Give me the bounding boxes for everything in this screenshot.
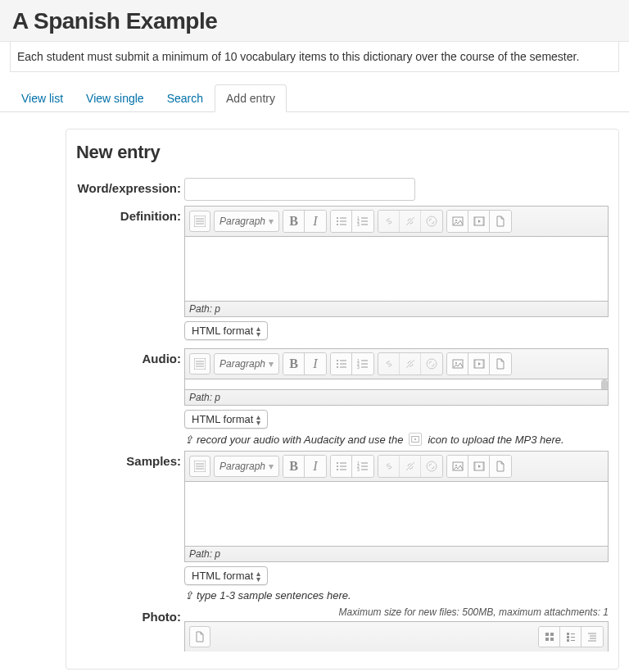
svg-rect-70: [545, 633, 549, 636]
samples-textarea[interactable]: [185, 482, 608, 546]
label-audio: Audio:: [76, 348, 184, 446]
tab-add-entry[interactable]: Add entry: [215, 84, 287, 112]
samples-format-select[interactable]: HTML format▴▾: [184, 566, 268, 585]
unlink-icon[interactable]: [400, 211, 421, 232]
audio-hint: ⇪ record your audio with Audacity and us…: [184, 433, 609, 446]
hint-icon: ⇪: [184, 589, 193, 602]
definition-editor: Paragraph▾ B I 123: [184, 206, 609, 317]
paragraph-format-select[interactable]: Paragraph▾: [214, 456, 279, 477]
svg-point-8: [337, 224, 338, 225]
file-picker-toolbar: [184, 621, 609, 652]
editor-path: Path: p: [185, 389, 608, 405]
link-icon[interactable]: [378, 353, 400, 375]
word-input[interactable]: [184, 178, 415, 201]
page-header: A Spanish Example: [0, 0, 629, 42]
svg-point-51: [337, 462, 338, 464]
media-icon[interactable]: [468, 211, 490, 232]
photo-limits: Maximum size for new files: 500MB, maxim…: [184, 606, 609, 618]
svg-text:3: 3: [357, 222, 360, 227]
tab-view-single[interactable]: View single: [75, 84, 156, 112]
svg-rect-21: [474, 217, 476, 225]
svg-rect-22: [482, 217, 484, 225]
svg-rect-69: [482, 462, 484, 470]
bullet-list-icon[interactable]: [331, 353, 352, 375]
label-word: Word/expression:: [76, 178, 184, 201]
svg-point-27: [337, 360, 338, 361]
definition-format-select[interactable]: HTML format▴▾: [184, 321, 268, 340]
svg-rect-45: [482, 360, 484, 368]
paragraph-format-select[interactable]: Paragraph▾: [214, 211, 279, 232]
link-icon[interactable]: [378, 456, 400, 477]
samples-editor: Paragraph▾ B I 123: [184, 451, 609, 562]
image-icon[interactable]: [447, 456, 468, 477]
add-file-icon[interactable]: [189, 626, 210, 647]
bold-icon[interactable]: B: [283, 456, 305, 477]
image-icon[interactable]: [447, 211, 468, 232]
media-icon: [409, 433, 422, 446]
tab-bar: View list View single Search Add entry: [0, 84, 629, 112]
intro-text: Each student must submit a minimum of 10…: [10, 42, 619, 72]
svg-point-55: [337, 469, 338, 470]
svg-rect-44: [474, 360, 476, 368]
editor-toolbar: Paragraph▾ B I 123: [185, 349, 608, 379]
numbered-list-icon[interactable]: 123: [352, 456, 373, 477]
svg-rect-72: [545, 638, 549, 641]
link-icon[interactable]: [378, 211, 400, 232]
unlink-icon[interactable]: [400, 353, 421, 375]
file-icon[interactable]: [490, 353, 511, 375]
svg-point-64: [427, 461, 437, 471]
page-title: A Spanish Example: [12, 8, 617, 34]
toolbar-toggle-icon[interactable]: [189, 211, 210, 232]
unlink-icon[interactable]: [400, 456, 421, 477]
nolink-icon[interactable]: [421, 211, 442, 232]
view-tree-icon[interactable]: [581, 627, 603, 647]
file-icon[interactable]: [490, 211, 511, 232]
svg-point-29: [337, 363, 338, 365]
svg-point-66: [455, 465, 457, 466]
media-icon[interactable]: [468, 353, 490, 375]
samples-hint: ⇪ type 1-3 sample sentences here.: [184, 589, 609, 602]
image-icon[interactable]: [447, 353, 468, 375]
svg-point-4: [337, 217, 338, 219]
editor-toolbar: Paragraph▾ B I 123: [185, 452, 608, 482]
view-details-icon[interactable]: [560, 627, 581, 647]
bold-icon[interactable]: B: [283, 211, 305, 232]
svg-point-17: [427, 216, 437, 226]
media-icon[interactable]: [468, 456, 490, 477]
svg-point-19: [455, 220, 457, 221]
svg-rect-78: [567, 639, 569, 642]
svg-text:3: 3: [357, 467, 360, 472]
file-icon[interactable]: [490, 456, 511, 477]
svg-point-42: [455, 362, 457, 364]
italic-icon[interactable]: I: [305, 456, 326, 477]
svg-point-6: [337, 220, 338, 222]
toolbar-toggle-icon[interactable]: [189, 353, 210, 375]
svg-rect-73: [550, 638, 554, 641]
italic-icon[interactable]: I: [305, 211, 326, 232]
definition-textarea[interactable]: [185, 237, 608, 301]
svg-rect-68: [474, 462, 476, 470]
numbered-list-icon[interactable]: 123: [352, 353, 373, 375]
nolink-icon[interactable]: [421, 353, 442, 375]
bullet-list-icon[interactable]: [331, 456, 352, 477]
editor-path: Path: p: [185, 301, 608, 316]
bold-icon[interactable]: B: [283, 353, 305, 375]
editor-toolbar: Paragraph▾ B I 123: [185, 207, 608, 237]
audio-textarea[interactable]: [185, 379, 608, 389]
svg-rect-74: [567, 633, 569, 635]
italic-icon[interactable]: I: [305, 353, 326, 375]
bullet-list-icon[interactable]: [331, 211, 352, 232]
paragraph-format-select[interactable]: Paragraph▾: [214, 353, 279, 375]
toolbar-toggle-icon[interactable]: [189, 456, 210, 477]
numbered-list-icon[interactable]: 123: [352, 211, 373, 232]
nolink-icon[interactable]: [421, 456, 442, 477]
svg-point-53: [337, 465, 338, 467]
tab-search[interactable]: Search: [156, 84, 215, 112]
svg-point-31: [337, 366, 338, 368]
tab-view-list[interactable]: View list: [10, 84, 75, 112]
svg-point-40: [427, 359, 437, 369]
view-icons-icon[interactable]: [539, 627, 560, 647]
label-definition: Definition:: [76, 206, 184, 340]
audio-format-select[interactable]: HTML format▴▾: [184, 410, 268, 429]
hint-icon: ⇪: [184, 434, 193, 446]
